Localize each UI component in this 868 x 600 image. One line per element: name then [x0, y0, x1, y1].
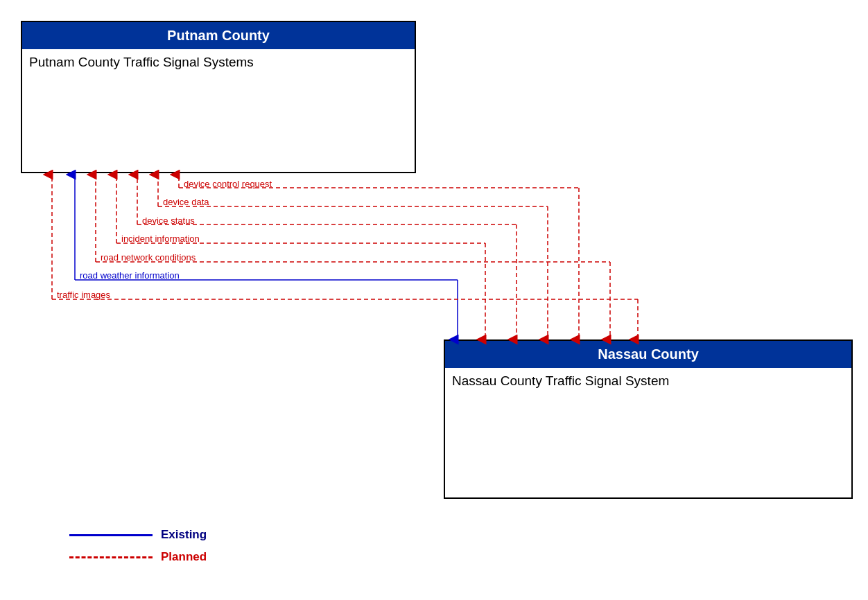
nassau-header: Nassau County: [445, 341, 851, 368]
diagram-container: Putnam County Putnam County Traffic Sign…: [0, 0, 868, 600]
legend-existing-line: [69, 534, 153, 536]
legend-planned-label: Planned: [161, 550, 207, 564]
legend-planned-line: [69, 556, 153, 558]
legend-planned: Planned: [69, 550, 207, 564]
legend-existing-label: Existing: [161, 528, 207, 542]
legend: Existing Planned: [69, 528, 207, 572]
label-device-status: device status: [142, 215, 195, 226]
legend-existing: Existing: [69, 528, 207, 542]
label-road-network: road network conditions: [101, 252, 196, 263]
putnam-header: Putnam County: [22, 22, 415, 49]
label-incident-info: incident information: [121, 233, 200, 244]
label-device-control: device control request: [184, 179, 272, 189]
putnam-box: Putnam County Putnam County Traffic Sign…: [21, 21, 416, 173]
label-traffic-images: traffic images: [57, 290, 110, 300]
label-road-weather: road weather information: [80, 270, 180, 281]
nassau-box: Nassau County Nassau County Traffic Sign…: [444, 339, 853, 499]
putnam-title: Putnam County Traffic Signal Systems: [22, 49, 415, 76]
label-device-data: device data: [163, 197, 209, 207]
nassau-title: Nassau County Traffic Signal System: [445, 368, 851, 394]
